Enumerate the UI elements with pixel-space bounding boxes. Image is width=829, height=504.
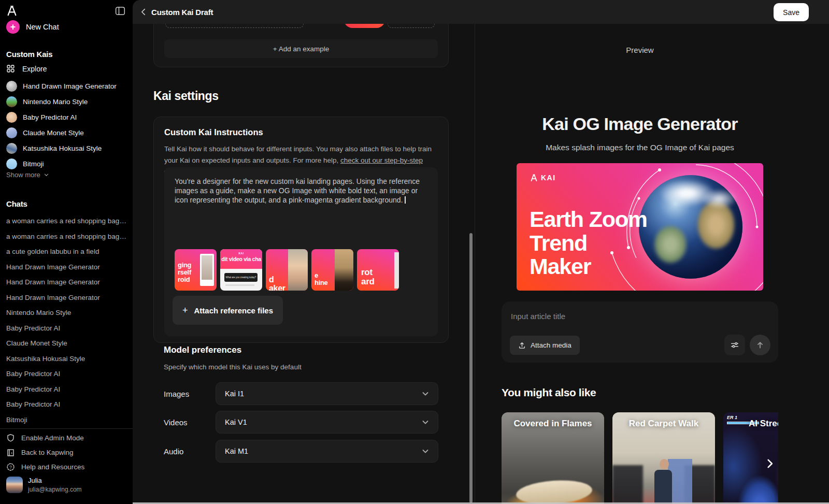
kai-name: Nintendo Mario Style	[23, 98, 88, 106]
kai-subtitle: Makes splash images for the OG Image of …	[502, 143, 778, 152]
instructions-textarea[interactable]: You're a designer for the new custom kai…	[175, 177, 425, 205]
chat-item[interactable]: Hand Drawn Image Generator	[6, 275, 126, 290]
help-and-resources-button[interactable]: ? Help and Resources	[6, 459, 126, 474]
select-value: Kai I1	[225, 390, 244, 398]
back-to-kapwing-button[interactable]: Back to Kapwing	[6, 445, 126, 459]
model-preferences-heading: Model preferences	[164, 345, 241, 355]
instructions-editor-box: You're a designer for the new custom kai…	[164, 167, 438, 336]
user-name: Julia	[28, 476, 82, 485]
article-title-card: Attach media	[502, 301, 778, 363]
show-more-label: Show more	[6, 171, 40, 179]
kai-avatar	[6, 112, 17, 123]
chat-item[interactable]: Baby Predictor AI	[6, 321, 126, 336]
chat-item[interactable]: Nintendo Mario Style	[6, 305, 126, 321]
chevron-right-icon	[764, 458, 776, 469]
back-button[interactable]	[139, 7, 148, 17]
kai-avatar	[6, 96, 17, 107]
kai-avatar	[6, 143, 17, 154]
explore-grid-icon	[6, 64, 15, 73]
reference-thumbnail[interactable]: KAIdit video via cha What are you creati…	[220, 249, 262, 291]
preview-label: Preview	[502, 46, 778, 54]
chat-item[interactable]: a woman carries a red shopping bag ...	[6, 229, 126, 244]
custom-kais-header: Custom Kais	[6, 50, 53, 59]
kai-avatar	[6, 127, 17, 138]
videos-label: Videos	[164, 418, 188, 427]
sidebar-collapse-icon[interactable]	[115, 6, 125, 16]
attach-label: Attach reference files	[194, 306, 273, 315]
kai-title: Kai OG Image Generator	[481, 114, 799, 134]
also-like-card[interactable]: Red Carpet Walk	[612, 412, 715, 504]
chat-item[interactable]: Hand Drawn Image Generator	[6, 290, 126, 306]
reference-thumbnail[interactable]: gingrselfroid	[175, 249, 217, 291]
send-button[interactable]	[750, 335, 770, 355]
videos-model-select[interactable]: Kai V1	[216, 411, 438, 434]
also-like-heading: You might also like	[502, 386, 596, 399]
enable-admin-mode-button[interactable]: Enable Admin Mode	[6, 430, 126, 445]
show-more-button[interactable]: Show more	[6, 171, 49, 179]
og-image-preview: KAI Earth ZoomTrendMaker	[517, 163, 763, 291]
chevron-left-icon	[139, 7, 148, 17]
sidebar-item-kai[interactable]: Nintendo Mario Style	[6, 94, 126, 109]
og-brand-text: KAI	[541, 174, 556, 182]
upload-icon	[518, 341, 526, 349]
chat-item[interactable]: Bitmoji	[6, 412, 126, 428]
instructions-value: You're a designer for the new custom kai…	[175, 177, 422, 204]
sidebar-item-kai[interactable]: Hand Drawn Image Generator	[6, 78, 126, 94]
images-model-select[interactable]: Kai I1	[216, 382, 438, 405]
kai-logo-icon	[6, 5, 18, 17]
user-email: julia@kapwing.com	[28, 485, 82, 494]
footer-label: Help and Resources	[21, 463, 84, 471]
attach-reference-files-button[interactable]: + Attach reference files	[173, 296, 283, 325]
vertical-scrollbar[interactable]	[469, 233, 473, 503]
custom-kais-list: Hand Drawn Image Generator Nintendo Mari…	[6, 78, 126, 171]
chats-list: a woman carries a red shopping bag ... a…	[6, 213, 126, 427]
reference-thumbnail[interactable]: ehine	[311, 249, 353, 291]
carousel-next-button[interactable]	[762, 456, 778, 471]
topbar: Custom Kai Draft Save	[133, 0, 829, 24]
footer-label: Enable Admin Mode	[21, 434, 84, 442]
sidebar-item-kai[interactable]: Claude Monet Style	[6, 125, 126, 140]
also-like-card[interactable]: Covered in Flames	[502, 412, 604, 504]
card-title: Covered in Flames	[502, 419, 604, 429]
instructions-title: Custom Kai Instructions	[164, 127, 263, 137]
kai-avatar	[6, 81, 17, 92]
article-title-input[interactable]	[511, 308, 760, 324]
chat-item[interactable]: Baby Predictor AI	[6, 397, 126, 412]
chat-item[interactable]: Claude Monet Style	[6, 336, 126, 351]
reference-thumbnail[interactable]: daker	[266, 249, 308, 291]
earth-globe	[639, 175, 742, 279]
attach-media-button[interactable]: Attach media	[510, 336, 580, 355]
chat-item[interactable]: Hand Drawn Image Generator	[6, 260, 126, 275]
kai-name: Baby Predictor AI	[23, 113, 77, 121]
chat-item[interactable]: Baby Predictor AI	[6, 366, 126, 382]
sidebar-item-kai[interactable]: Bitmoji	[6, 156, 126, 171]
chat-item[interactable]: a cute golden labubu in a field	[6, 244, 126, 260]
settings-sliders-button[interactable]	[724, 335, 745, 355]
tuxedo-man-photo	[335, 249, 353, 291]
user-account-button[interactable]: Julia julia@kapwing.com	[6, 476, 82, 494]
chat-item[interactable]: Katsushika Hokusai Style	[6, 351, 126, 367]
new-chat-button[interactable]: + New Chat	[6, 20, 59, 34]
save-button[interactable]: Save	[774, 3, 809, 21]
kai-settings-heading: Kai settings	[153, 89, 219, 103]
kai-name: Hand Drawn Image Generator	[23, 82, 117, 90]
model-preferences-description: Specify which model this Kai uses by def…	[164, 363, 302, 371]
chat-item[interactable]: a woman carries a red shopping bag ...	[6, 213, 126, 229]
footer-label: Back to Kapwing	[21, 449, 74, 456]
sidebar-item-explore[interactable]: Explore	[6, 64, 47, 73]
chevron-down-icon	[421, 447, 430, 455]
reference-thumbnail[interactable]: rotard	[357, 249, 399, 291]
kai-name: Bitmoji	[23, 160, 44, 168]
audio-label: Audio	[164, 447, 183, 456]
shield-icon	[6, 434, 15, 442]
kai-avatar	[6, 159, 17, 169]
sidebar-item-kai[interactable]: Katsushika Hokusai Style	[6, 140, 126, 156]
chat-item[interactable]: Baby Predictor AI	[6, 382, 126, 397]
main-window: + Add an example Kai settings Custom Kai…	[133, 0, 829, 504]
add-example-button[interactable]: + Add an example	[164, 39, 438, 58]
svg-text:?: ?	[9, 464, 12, 469]
og-brand: KAI	[530, 174, 556, 182]
sidebar-item-kai[interactable]: Baby Predictor AI	[6, 109, 126, 125]
polaroid-photo	[200, 254, 214, 286]
audio-model-select[interactable]: Kai M1	[216, 440, 438, 463]
